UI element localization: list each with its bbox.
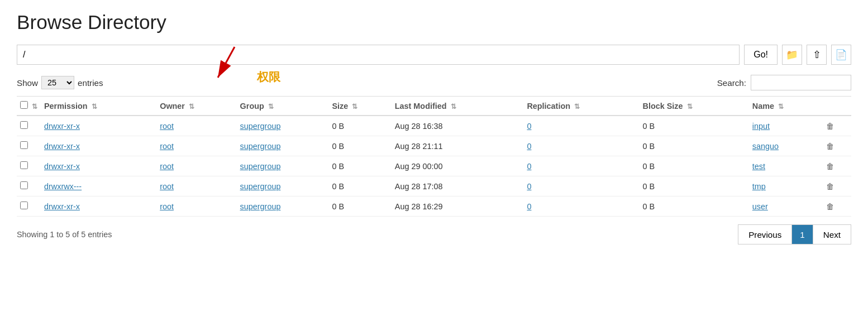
path-input[interactable] (17, 45, 740, 65)
group-link-0[interactable]: supergroup (240, 122, 281, 131)
name-link-3[interactable]: tmp (752, 182, 766, 191)
name-link-0[interactable]: input (752, 122, 770, 131)
permission-link-0[interactable]: drwxr-xr-x (44, 122, 80, 131)
row-size-4: 0 B (328, 196, 391, 217)
group-link-1[interactable]: supergroup (240, 142, 281, 151)
row-owner-1: root (156, 136, 236, 156)
delete-icon-3[interactable]: 🗑 (826, 182, 834, 191)
name-link-4[interactable]: user (752, 202, 768, 211)
search-input[interactable] (751, 75, 851, 90)
row-permission-0: drwxr-xr-x (41, 116, 156, 136)
row-name-1: sanguo (749, 136, 823, 156)
upload-button[interactable]: ⇧ (807, 45, 827, 65)
table-row: drwxrwx--- root supergroup 0 B Aug 28 17… (17, 176, 851, 196)
owner-link-2[interactable]: root (160, 162, 174, 171)
row-size-2: 0 B (328, 156, 391, 176)
permission-link-4[interactable]: drwxr-xr-x (44, 202, 80, 211)
replication-link-0[interactable]: 0 (527, 122, 531, 131)
sort-icon-block-size[interactable]: ⇅ (687, 103, 693, 111)
replication-link-1[interactable]: 0 (527, 142, 531, 151)
sort-icon-group[interactable]: ⇅ (268, 103, 274, 111)
select-all-checkbox[interactable] (20, 101, 28, 109)
row-group-3: supergroup (237, 176, 329, 196)
col-permission-label: Permission (44, 102, 88, 111)
col-replication: Replication ⇅ (523, 97, 639, 116)
row-delete-3: 🗑 (823, 176, 851, 196)
table-row: drwxr-xr-x root supergroup 0 B Aug 28 16… (17, 116, 851, 136)
entries-select[interactable]: 10 25 50 100 (41, 76, 74, 89)
row-owner-4: root (156, 196, 236, 217)
replication-link-4[interactable]: 0 (527, 202, 531, 211)
col-size-label: Size (332, 102, 348, 111)
sort-icon-owner[interactable]: ⇅ (189, 103, 194, 111)
row-replication-1: 0 (523, 136, 639, 156)
group-link-4[interactable]: supergroup (240, 202, 281, 211)
row-select-4[interactable] (20, 202, 28, 209)
toolbar: Go! 📁 ⇧ 📄 (17, 45, 851, 65)
replication-link-3[interactable]: 0 (527, 182, 531, 191)
row-select-2[interactable] (20, 161, 28, 169)
next-button[interactable]: Next (813, 224, 851, 244)
col-block-size-label: Block Size (643, 102, 683, 111)
col-group: Group ⇅ (237, 97, 329, 116)
folder-button[interactable]: 📁 (782, 45, 802, 65)
col-owner: Owner ⇅ (156, 97, 236, 116)
entries-label: entries (78, 78, 103, 88)
row-name-4: user (749, 196, 823, 217)
table-row: drwxr-xr-x root supergroup 0 B Aug 29 00… (17, 156, 851, 176)
row-name-2: test (749, 156, 823, 176)
col-block-size: Block Size ⇅ (640, 97, 749, 116)
file-button[interactable]: 📄 (831, 45, 851, 65)
page-number-1[interactable]: 1 (792, 224, 812, 244)
row-delete-0: 🗑 (823, 116, 851, 136)
table-body: drwxr-xr-x root supergroup 0 B Aug 28 16… (17, 116, 851, 217)
delete-icon-1[interactable]: 🗑 (826, 142, 834, 151)
name-link-1[interactable]: sanguo (752, 142, 779, 151)
sort-icon-replication[interactable]: ⇅ (574, 103, 580, 111)
row-owner-2: root (156, 156, 236, 176)
directory-table: ⇅ Permission ⇅ Owner ⇅ Group ⇅ Size ⇅ La… (17, 96, 851, 217)
owner-link-3[interactable]: root (160, 182, 174, 191)
row-replication-3: 0 (523, 176, 639, 196)
delete-icon-0[interactable]: 🗑 (826, 122, 834, 131)
row-checkbox-2 (17, 156, 41, 176)
sort-icon-permission[interactable]: ⇅ (92, 103, 97, 111)
sort-icon-1[interactable]: ⇅ (32, 103, 37, 111)
owner-link-0[interactable]: root (160, 122, 174, 131)
group-link-2[interactable]: supergroup (240, 162, 281, 171)
row-block-size-4: 0 B (640, 196, 749, 217)
folder-icon: 📁 (786, 49, 798, 61)
row-group-2: supergroup (237, 156, 329, 176)
row-select-0[interactable] (20, 121, 28, 129)
row-select-3[interactable] (20, 181, 28, 189)
replication-link-2[interactable]: 0 (527, 162, 531, 171)
previous-button[interactable]: Previous (738, 224, 792, 244)
permission-link-1[interactable]: drwxr-xr-x (44, 142, 80, 151)
row-permission-4: drwxr-xr-x (41, 196, 156, 217)
col-group-label: Group (240, 102, 264, 111)
group-link-3[interactable]: supergroup (240, 182, 281, 191)
sort-icon-last-modified[interactable]: ⇅ (451, 103, 456, 111)
delete-icon-4[interactable]: 🗑 (826, 202, 834, 211)
permission-link-2[interactable]: drwxr-xr-x (44, 162, 80, 171)
sort-icon-name[interactable]: ⇅ (778, 103, 784, 111)
go-button[interactable]: Go! (744, 45, 778, 65)
table-row: drwxr-xr-x root supergroup 0 B Aug 28 16… (17, 196, 851, 217)
row-group-0: supergroup (237, 116, 329, 136)
annotation-label: 权限 (257, 69, 280, 85)
col-name: Name ⇅ (749, 97, 823, 116)
owner-link-4[interactable]: root (160, 202, 174, 211)
row-last-modified-3: Aug 28 17:08 (392, 176, 524, 196)
row-select-1[interactable] (20, 141, 28, 149)
row-checkbox-1 (17, 136, 41, 156)
col-owner-label: Owner (160, 102, 185, 111)
owner-link-1[interactable]: root (160, 142, 174, 151)
row-name-0: input (749, 116, 823, 136)
permission-link-3[interactable]: drwxrwx--- (44, 182, 82, 191)
delete-icon-2[interactable]: 🗑 (826, 162, 834, 171)
table-header: ⇅ Permission ⇅ Owner ⇅ Group ⇅ Size ⇅ La… (17, 97, 851, 116)
sort-icon-size[interactable]: ⇅ (352, 103, 357, 111)
row-checkbox-4 (17, 196, 41, 217)
file-icon: 📄 (835, 49, 847, 61)
name-link-2[interactable]: test (752, 162, 765, 171)
